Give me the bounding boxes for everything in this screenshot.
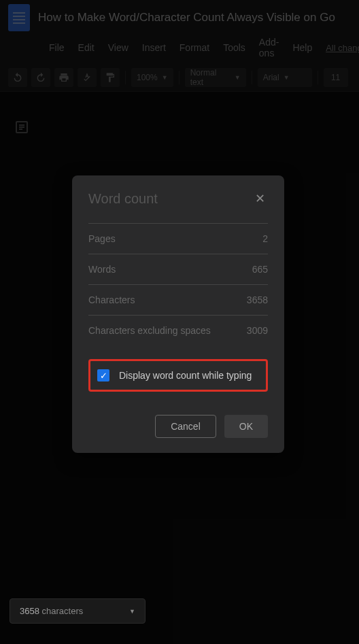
chevron-down-icon: ▼ [129, 608, 135, 615]
checkbox-label: Display word count while typing [119, 370, 252, 381]
stat-value: 3658 [247, 294, 268, 305]
close-button[interactable]: ✕ [252, 190, 268, 207]
pill-text: 3658 characters [20, 606, 83, 616]
stat-value: 3009 [247, 325, 268, 336]
word-count-pill[interactable]: 3658 characters ▼ [10, 598, 146, 624]
stat-words: Words 665 [88, 254, 268, 284]
check-icon: ✓ [100, 371, 107, 381]
close-icon: ✕ [255, 191, 265, 206]
stat-label: Words [88, 264, 116, 275]
stat-value: 665 [252, 264, 268, 275]
ok-button[interactable]: OK [224, 415, 268, 438]
stat-label: Characters excluding spaces [88, 325, 211, 336]
display-count-checkbox[interactable]: ✓ [97, 369, 109, 382]
stat-characters-no-spaces: Characters excluding spaces 3009 [88, 315, 268, 345]
stat-label: Pages [88, 233, 116, 244]
stat-value: 2 [262, 233, 268, 244]
word-count-dialog: Word count ✕ Pages 2 Words 665 Character… [72, 175, 284, 453]
pill-count: 3658 [20, 606, 39, 616]
stat-label: Characters [88, 294, 135, 305]
stat-pages: Pages 2 [88, 223, 268, 254]
dialog-title: Word count [88, 191, 158, 207]
pill-label: characters [42, 606, 84, 616]
display-count-checkbox-row: ✓ Display word count while typing [88, 359, 268, 392]
cancel-button[interactable]: Cancel [155, 415, 216, 438]
stat-characters: Characters 3658 [88, 284, 268, 315]
dialog-buttons: Cancel OK [88, 415, 268, 438]
dialog-header: Word count ✕ [88, 190, 268, 207]
